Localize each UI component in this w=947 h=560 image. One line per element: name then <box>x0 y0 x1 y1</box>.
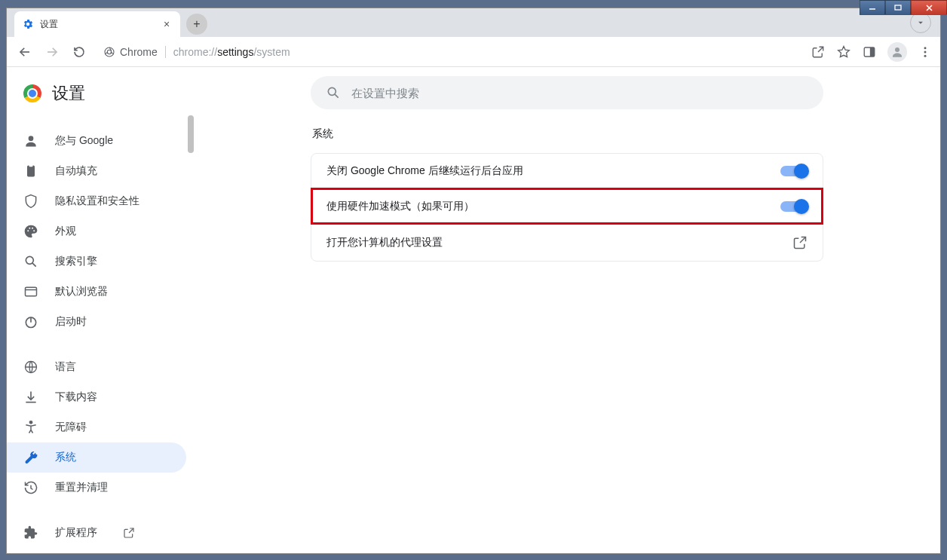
restore-icon <box>23 480 38 495</box>
sidebar-item-label: 默认浏览器 <box>55 285 108 298</box>
svg-rect-0 <box>895 5 901 10</box>
shield-icon <box>23 194 38 209</box>
row-label: 打开您计算机的代理设置 <box>326 236 792 249</box>
settings-search-box[interactable] <box>311 76 823 109</box>
svg-rect-10 <box>27 166 35 177</box>
nav-forward-button[interactable] <box>41 41 63 63</box>
browser-icon <box>23 284 38 299</box>
svg-rect-11 <box>29 164 33 167</box>
browser-tab-settings[interactable]: 设置 × <box>14 11 180 37</box>
tab-close-button[interactable]: × <box>161 18 173 30</box>
sidebar-item-label: 自动填充 <box>55 164 97 178</box>
settings-sidebar: 设置 您与 Google 自动填充 隐私设置和安全性 外观 <box>7 67 194 553</box>
svg-point-6 <box>924 47 927 49</box>
section-title-system: 系统 <box>311 127 823 141</box>
row-hardware-acceleration: 使用硬件加速模式（如果可用） <box>311 188 823 224</box>
toggle-background-apps[interactable] <box>780 166 808 176</box>
sidebar-item-label: 语言 <box>55 360 76 374</box>
browser-toolbar: Chrome chrome://settings/system <box>7 37 940 67</box>
window-close-button[interactable] <box>911 0 947 15</box>
person-icon <box>23 133 38 148</box>
svg-point-23 <box>328 87 336 95</box>
sidebar-item-default-browser[interactable]: 默认浏览器 <box>7 277 186 307</box>
kebab-menu-icon[interactable] <box>918 44 933 60</box>
sidebar-item-privacy[interactable]: 隐私设置和安全性 <box>7 186 186 216</box>
sidebar-item-label: 系统 <box>55 451 76 464</box>
tab-strip: 设置 × + <box>7 8 940 37</box>
sidebar-item-accessibility[interactable]: 无障碍 <box>7 412 186 442</box>
power-icon <box>23 314 38 329</box>
sidebar-item-label: 启动时 <box>55 315 87 329</box>
svg-point-13 <box>29 228 30 229</box>
search-icon <box>326 85 341 100</box>
svg-point-7 <box>924 50 927 53</box>
download-icon <box>23 390 38 405</box>
window-minimize-button[interactable] <box>860 0 885 15</box>
svg-rect-17 <box>26 287 37 296</box>
sidebar-item-you-and-google[interactable]: 您与 Google <box>7 126 186 156</box>
svg-point-9 <box>29 136 34 141</box>
sidebar-item-label: 无障碍 <box>55 421 87 434</box>
sidebar-item-reset[interactable]: 重置并清理 <box>7 473 186 503</box>
window-maximize-button[interactable] <box>885 0 911 15</box>
external-link-icon <box>123 527 135 539</box>
bookmark-star-icon[interactable] <box>836 44 851 60</box>
chrome-logo-icon <box>23 84 41 103</box>
sidebar-item-extensions[interactable]: 扩展程序 <box>7 518 186 548</box>
system-settings-card: 关闭 Google Chrome 后继续运行后台应用 使用硬件加速模式（如果可用… <box>311 153 823 262</box>
new-tab-button[interactable]: + <box>186 14 207 35</box>
search-icon <box>23 254 38 269</box>
sidebar-item-languages[interactable]: 语言 <box>7 352 186 382</box>
svg-rect-4 <box>871 47 875 57</box>
svg-point-15 <box>33 230 35 231</box>
svg-point-8 <box>924 54 927 57</box>
sidebar-item-about-chrome[interactable]: 关于 Chrome <box>7 548 186 553</box>
settings-main: 系统 关闭 Google Chrome 后继续运行后台应用 使用硬件加速模式（如… <box>194 67 940 553</box>
globe-icon <box>23 360 38 375</box>
sidebar-item-autofill[interactable]: 自动填充 <box>7 156 186 186</box>
sidebar-item-label: 隐私设置和安全性 <box>55 194 139 208</box>
svg-point-14 <box>32 228 33 229</box>
profile-avatar-button[interactable] <box>887 42 907 62</box>
sidebar-item-system[interactable]: 系统 <box>7 442 186 473</box>
share-icon[interactable] <box>811 44 826 60</box>
sidebar-item-label: 外观 <box>55 225 76 238</box>
site-label: Chrome <box>120 46 158 58</box>
nav-back-button[interactable] <box>14 41 35 63</box>
row-label: 使用硬件加速模式（如果可用） <box>326 200 780 213</box>
svg-point-20 <box>29 421 32 424</box>
svg-point-1 <box>105 47 114 57</box>
sidebar-item-label: 重置并清理 <box>55 481 108 494</box>
nav-reload-button[interactable] <box>69 41 90 63</box>
sidebar-item-label: 下载内容 <box>55 390 97 404</box>
settings-title: 设置 <box>52 82 85 105</box>
toggle-hardware-acceleration[interactable] <box>780 201 808 212</box>
sidebar-item-appearance[interactable]: 外观 <box>7 216 186 246</box>
palette-icon <box>23 224 38 239</box>
svg-point-12 <box>27 230 29 231</box>
extensions-icon <box>23 525 38 540</box>
settings-search-input[interactable] <box>351 87 808 99</box>
svg-point-5 <box>895 47 899 52</box>
row-background-apps: 关闭 Google Chrome 后继续运行后台应用 <box>311 154 823 188</box>
sidebar-item-on-startup[interactable]: 启动时 <box>7 307 186 337</box>
sidebar-item-search-engine[interactable]: 搜索引擎 <box>7 246 186 277</box>
row-proxy-settings[interactable]: 打开您计算机的代理设置 <box>311 224 823 261</box>
tab-search-button[interactable] <box>910 12 931 33</box>
external-link-icon <box>792 235 808 250</box>
tab-title: 设置 <box>40 18 58 31</box>
clipboard-icon <box>23 164 38 179</box>
omnibox-divider <box>165 46 166 58</box>
side-panel-icon[interactable] <box>862 44 877 60</box>
sidebar-item-label: 扩展程序 <box>55 526 97 540</box>
wrench-icon <box>23 450 38 465</box>
address-bar[interactable]: Chrome chrome://settings/system <box>103 46 290 58</box>
accessibility-icon <box>23 420 38 435</box>
chrome-site-icon <box>103 46 115 58</box>
gear-icon <box>22 18 34 30</box>
sidebar-item-label: 您与 Google <box>55 134 113 148</box>
url-text: chrome://settings/system <box>173 46 290 58</box>
row-label: 关闭 Google Chrome 后继续运行后台应用 <box>326 164 780 178</box>
sidebar-scrollbar[interactable] <box>188 115 194 153</box>
sidebar-item-downloads[interactable]: 下载内容 <box>7 382 186 412</box>
